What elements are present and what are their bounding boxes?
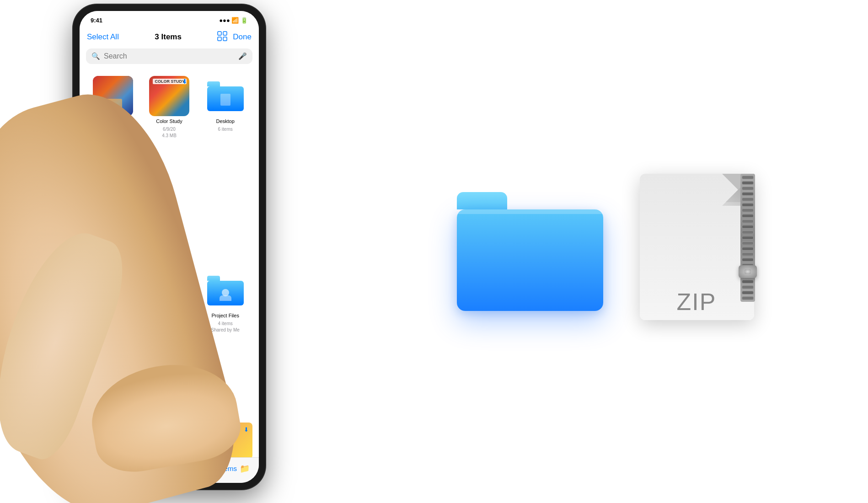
- zipper-pull: [739, 265, 757, 278]
- zipper-track: [740, 174, 755, 302]
- zipper-tooth: [742, 280, 754, 284]
- zipper-tooth: [742, 176, 754, 179]
- microphone-icon[interactable]: 🎤: [238, 52, 247, 60]
- zipper-tooth: [742, 230, 754, 234]
- zip-label: ZIP: [640, 288, 753, 316]
- zipper-tooth: [742, 236, 754, 240]
- icloud-download-icon: ⬇: [182, 78, 188, 85]
- folder-icon: [207, 276, 244, 305]
- zipper-tooth: [742, 181, 754, 185]
- search-input[interactable]: [104, 52, 235, 60]
- zipper-tooth: [742, 209, 754, 212]
- svg-rect-0: [218, 32, 221, 35]
- search-icon: 🔍: [91, 52, 100, 60]
- select-all-button[interactable]: Select All: [87, 32, 119, 42]
- zipper-tooth: [742, 198, 754, 201]
- zipper-tooth: [742, 252, 754, 256]
- zipper-tooth: [742, 219, 754, 223]
- file-thumbnail: [205, 270, 246, 310]
- file-name: Project Files: [211, 312, 239, 319]
- new-folder-icon: 📁: [240, 464, 250, 474]
- zipper-tooth: [742, 258, 754, 262]
- folder-tab: [457, 192, 507, 209]
- zipper-tooth: [742, 247, 754, 251]
- zipper-tooth: [742, 203, 754, 207]
- search-bar[interactable]: 🔍 🎤: [86, 48, 252, 64]
- grid-view-icon[interactable]: [217, 31, 227, 43]
- folder-icon: [207, 81, 244, 111]
- list-item[interactable]: Desktop 6 items: [198, 72, 252, 265]
- right-section: ZIP: [357, 0, 868, 503]
- zipper-tooth: [742, 192, 754, 196]
- folder-body: [457, 209, 603, 311]
- svg-rect-3: [223, 37, 227, 41]
- icloud-download-icon: ⬇: [244, 426, 249, 433]
- file-meta: 4 items Shared by Me: [211, 321, 240, 333]
- svg-rect-2: [218, 37, 221, 41]
- big-folder-icon: [457, 192, 603, 311]
- nav-title: 3 Items: [155, 32, 182, 42]
- file-name: Desktop: [216, 118, 234, 124]
- file-meta: 6/9/20 4.3 MB: [162, 126, 177, 139]
- zipper-tooth: [742, 241, 754, 245]
- phone-section: 9:41 ●●● 📶 🔋 Select All 3 Items: [0, 0, 357, 503]
- status-icons: ●●● 📶 🔋: [219, 17, 248, 24]
- file-meta: 6 items: [218, 126, 233, 133]
- svg-rect-1: [223, 32, 227, 35]
- zipper-tooth: [742, 214, 754, 218]
- zipper-pull-center: [745, 269, 751, 274]
- nav-bar: Select All 3 Items Done: [80, 29, 259, 47]
- file-thumbnail: [205, 76, 246, 116]
- file-thumbnail: COLOR STUDY ⬇: [149, 76, 189, 116]
- folder-shine: [457, 209, 603, 214]
- done-button[interactable]: Done: [233, 32, 252, 42]
- status-time: 9:41: [91, 17, 102, 24]
- big-zip-icon: ZIP: [640, 174, 768, 329]
- nav-right-controls: Done: [217, 31, 252, 43]
- file-name: Color Study: [156, 118, 182, 124]
- color-study-label: COLOR STUDY: [153, 79, 187, 84]
- zipper-tooth: [742, 187, 754, 190]
- status-bar: 9:41 ●●● 📶 🔋: [80, 11, 259, 29]
- zipper-tooth: [742, 225, 754, 229]
